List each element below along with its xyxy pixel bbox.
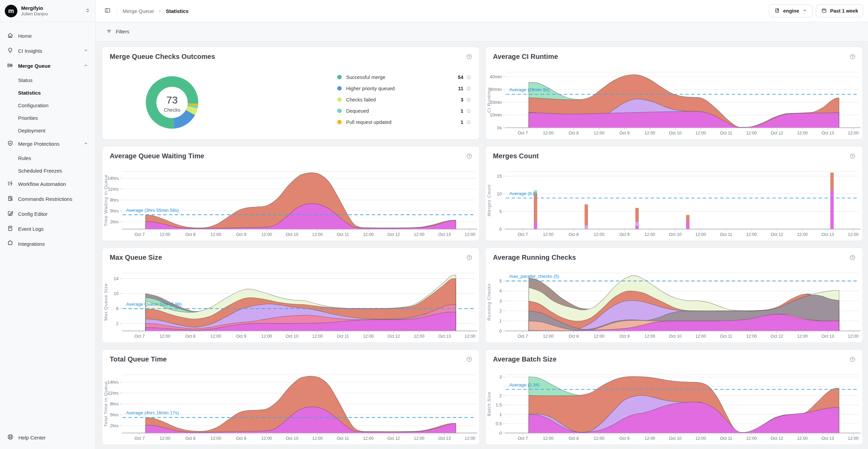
selector-icon [85,7,91,15]
svg-text:12:00: 12:00 [848,232,858,237]
svg-text:Oct 13: Oct 13 [821,232,834,237]
legend-item-pull-request-updated[interactable]: Pull request updated1 [337,116,471,128]
svg-text:12:00: 12:00 [211,436,221,441]
workspace-user: Julien Danjou [21,11,81,17]
help-icon[interactable] [849,153,856,161]
help-icon[interactable] [466,153,472,161]
svg-text:0: 0 [499,431,502,436]
dashboard-content: Merge Queue Checks Outcomes 73Checks Suc… [96,42,868,449]
svg-text:Oct 12: Oct 12 [771,436,783,441]
info-icon[interactable] [466,75,471,80]
main-area: Merge Queue Statistics engine Past 1 wee… [96,0,868,449]
sidebar-item-scheduled-freezes[interactable]: Scheduled Freezes [4,164,91,177]
svg-text:Total Time in Queue: Total Time in Queue [103,381,108,427]
merges-count-chart[interactable]: 051015Oct 712:00Oct 812:00Oct 912:00Oct … [485,161,862,241]
filters-button[interactable]: Filters [103,26,133,38]
sidebar-item-integrations[interactable]: Integrations [4,237,91,251]
card-average-batch-size: Average Batch Size 00.511.523Oct 712:00O… [485,349,863,445]
sidebar-item-help-center[interactable]: Help Center [0,427,95,449]
svg-text:2: 2 [499,393,502,398]
svg-text:12:00: 12:00 [211,334,221,339]
svg-text:1.5: 1.5 [496,402,502,407]
home-icon [7,32,14,40]
svg-text:12:00: 12:00 [695,131,706,135]
breadcrumb-parent[interactable]: Merge Queue [123,8,154,14]
legend-item-successful-merge[interactable]: Successful merge54 [337,71,471,83]
date-range-button[interactable]: Past 1 week [816,4,863,17]
svg-text:3: 3 [499,374,502,380]
svg-text:12:00: 12:00 [746,232,757,237]
svg-text:5hrs: 5hrs [110,412,119,417]
info-icon[interactable] [466,109,471,113]
svg-text:Oct 8: Oct 8 [185,436,196,441]
legend-label: Successful merge [346,75,451,80]
workspace-switcher[interactable]: m Mergifyio Julien Danjou [0,0,95,22]
svg-text:12:00: 12:00 [797,232,808,237]
svg-text:12:00: 12:00 [746,436,757,441]
svg-text:12:00: 12:00 [261,436,272,441]
sidebar-item-status[interactable]: Status [4,74,91,86]
ci-runtime-chart[interactable]: 0s10min20min30min40minOct 712:00Oct 812:… [485,62,862,140]
help-icon[interactable] [849,254,856,262]
svg-text:12:00: 12:00 [261,232,272,237]
info-icon[interactable] [466,86,471,91]
sidebar-item-deployment[interactable]: Deployment [4,124,91,137]
header-divider [117,7,117,15]
info-icon[interactable] [466,120,471,125]
svg-text:Oct 11: Oct 11 [337,436,349,441]
total-queue-time-chart[interactable]: 2hrs5hrs8hrs11hrs14hrsOct 712:00Oct 812:… [102,365,479,445]
legend-count: 1 [451,108,463,114]
repository-select[interactable]: engine [769,4,812,17]
outcomes-donut-chart[interactable]: 73Checks [143,74,201,131]
help-icon[interactable] [466,356,472,364]
svg-text:Oct 11: Oct 11 [720,334,732,339]
sidebar-item-priorities[interactable]: Priorities [4,112,91,124]
svg-text:12:00: 12:00 [363,436,373,441]
legend-item-checks-failed[interactable]: Checks failed3 [337,94,471,105]
sidebar-item-ci-insights[interactable]: CI Insights [4,44,91,58]
chevron-down-icon [83,48,89,54]
svg-text:12:00: 12:00 [594,131,604,135]
sidebar-item-statistics[interactable]: Statistics [4,86,91,99]
svg-text:3: 3 [499,299,502,304]
svg-text:Oct 11: Oct 11 [720,436,732,441]
legend-dot [337,75,342,79]
help-icon[interactable] [466,53,472,61]
sidebar-item-merge-queue[interactable]: Merge Queue [4,59,91,73]
svg-text:12:00: 12:00 [160,436,170,441]
legend-item-dequeued[interactable]: Dequeued1 [337,105,471,116]
sidebar-item-config-editor[interactable]: Config Editor [4,207,91,221]
help-icon[interactable] [849,356,856,364]
svg-text:2: 2 [499,308,502,314]
legend-count: 3 [451,97,463,102]
panel-icon [104,7,111,15]
sidebar-item-configuration[interactable]: Configuration [4,99,91,112]
running-checks-chart[interactable]: 012345Oct 712:00Oct 812:00Oct 912:00Oct … [485,263,862,343]
help-icon[interactable] [466,254,472,262]
svg-text:max_parallel_checks (5): max_parallel_checks (5) [509,274,559,279]
sidebar-item-merge-protections[interactable]: Merge Protections [4,137,91,150]
sidebar-item-rules[interactable]: Rules [4,152,91,164]
svg-text:12:00: 12:00 [695,436,706,441]
svg-text:Oct 13: Oct 13 [438,232,451,237]
batch-size-chart[interactable]: 00.511.523Oct 712:00Oct 812:00Oct 912:00… [485,365,862,445]
filters-bar: Filters [96,22,868,42]
max-queue-size-chart[interactable]: 261014Oct 712:00Oct 812:00Oct 912:00Oct … [102,263,479,343]
lifebuoy-icon [7,433,14,442]
puzzle-icon [7,240,14,248]
svg-text:Oct 11: Oct 11 [720,131,732,135]
sidebar-item-event-logs[interactable]: Event Logs [4,222,91,236]
queue-waiting-time-chart[interactable]: 2hrs5hrs8hrs11hrs14hrsOct 712:00Oct 812:… [102,161,479,241]
app-root: m Mergifyio Julien Danjou HomeCI Insight… [0,0,868,449]
charts-grid: Merge Queue Checks Outcomes 73Checks Suc… [102,47,863,445]
sidebar-item-home[interactable]: Home [4,29,91,43]
svg-text:Oct 12: Oct 12 [771,232,783,237]
info-icon[interactable] [466,97,471,102]
sidebar-toggle-button[interactable] [102,5,113,17]
help-center-label: Help Center [18,435,46,440]
help-icon[interactable] [849,53,856,61]
sidebar-item-workflow-automation[interactable]: Workflow Automation [4,177,91,191]
svg-text:Oct 8: Oct 8 [569,232,579,237]
legend-item-higher-priority-queued[interactable]: Higher priority queued11 [337,83,471,94]
sidebar-item-commands-restrictions[interactable]: Commands Restrictions [4,192,91,206]
